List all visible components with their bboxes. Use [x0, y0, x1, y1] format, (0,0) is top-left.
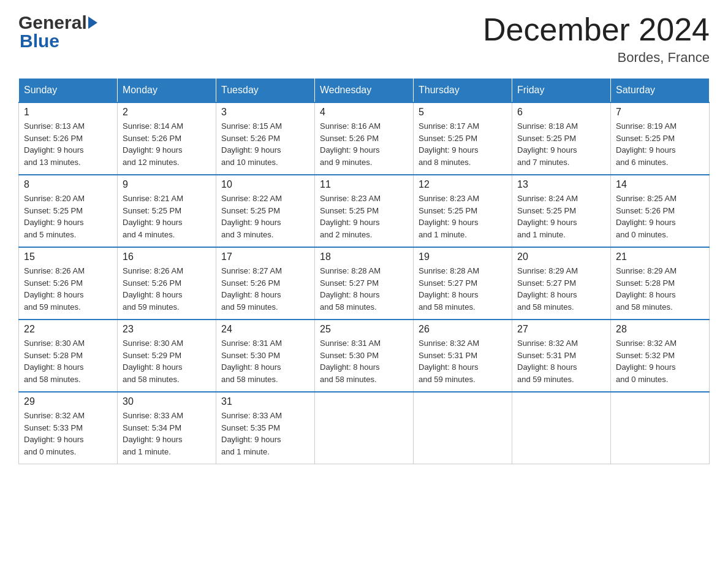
day-number: 3	[221, 107, 309, 118]
day-number: 2	[123, 107, 211, 118]
day-number: 16	[123, 251, 211, 262]
day-info: Sunrise: 8:25 AM Sunset: 5:26 PM Dayligh…	[616, 193, 704, 240]
calendar-cell: 3 Sunrise: 8:15 AM Sunset: 5:26 PM Dayli…	[216, 102, 315, 175]
day-info: Sunrise: 8:32 AM Sunset: 5:31 PM Dayligh…	[419, 337, 507, 385]
day-info: Sunrise: 8:13 AM Sunset: 5:26 PM Dayligh…	[24, 120, 112, 168]
calendar-cell: 19 Sunrise: 8:28 AM Sunset: 5:27 PM Dayl…	[414, 247, 512, 320]
calendar-cell: 27 Sunrise: 8:32 AM Sunset: 5:31 PM Dayl…	[512, 320, 611, 392]
calendar-cell: 13 Sunrise: 8:24 AM Sunset: 5:25 PM Dayl…	[512, 175, 611, 247]
weekday-header-monday: Monday	[118, 79, 216, 103]
logo-blue-text: Blue	[18, 31, 59, 52]
month-title: December 2024	[483, 12, 710, 47]
day-info: Sunrise: 8:14 AM Sunset: 5:26 PM Dayligh…	[123, 120, 211, 168]
day-info: Sunrise: 8:30 AM Sunset: 5:28 PM Dayligh…	[24, 337, 112, 385]
day-number: 30	[123, 396, 211, 407]
calendar-cell: 30 Sunrise: 8:33 AM Sunset: 5:34 PM Dayl…	[118, 392, 216, 464]
day-info: Sunrise: 8:17 AM Sunset: 5:25 PM Dayligh…	[419, 120, 507, 168]
calendar-week-row: 15 Sunrise: 8:26 AM Sunset: 5:26 PM Dayl…	[19, 247, 710, 320]
calendar-cell: 8 Sunrise: 8:20 AM Sunset: 5:25 PM Dayli…	[19, 175, 118, 247]
day-number: 6	[517, 107, 605, 118]
calendar-week-row: 29 Sunrise: 8:32 AM Sunset: 5:33 PM Dayl…	[19, 392, 710, 464]
day-number: 28	[616, 324, 704, 335]
day-info: Sunrise: 8:15 AM Sunset: 5:26 PM Dayligh…	[221, 120, 309, 168]
day-number: 11	[320, 179, 408, 190]
weekday-header-tuesday: Tuesday	[216, 79, 315, 103]
day-number: 22	[24, 324, 112, 335]
day-number: 12	[419, 179, 507, 190]
logo: General Blue	[18, 12, 97, 52]
title-area: December 2024 Bordes, France	[483, 12, 710, 66]
day-number: 7	[616, 107, 704, 118]
calendar-cell: 1 Sunrise: 8:13 AM Sunset: 5:26 PM Dayli…	[19, 102, 118, 175]
day-info: Sunrise: 8:33 AM Sunset: 5:34 PM Dayligh…	[123, 410, 211, 458]
day-info: Sunrise: 8:31 AM Sunset: 5:30 PM Dayligh…	[320, 337, 408, 385]
weekday-header-row: SundayMondayTuesdayWednesdayThursdayFrid…	[19, 79, 710, 103]
calendar-cell: 31 Sunrise: 8:33 AM Sunset: 5:35 PM Dayl…	[216, 392, 315, 464]
calendar-cell: 17 Sunrise: 8:27 AM Sunset: 5:26 PM Dayl…	[216, 247, 315, 320]
logo-general-text: General	[18, 12, 87, 33]
calendar-cell: 6 Sunrise: 8:18 AM Sunset: 5:25 PM Dayli…	[512, 102, 611, 175]
calendar-cell: 4 Sunrise: 8:16 AM Sunset: 5:26 PM Dayli…	[315, 102, 414, 175]
day-info: Sunrise: 8:27 AM Sunset: 5:26 PM Dayligh…	[221, 265, 309, 313]
calendar-table: SundayMondayTuesdayWednesdayThursdayFrid…	[18, 78, 710, 464]
day-number: 23	[123, 324, 211, 335]
page-header: General Blue December 2024 Bordes, Franc…	[18, 12, 710, 66]
calendar-cell: 9 Sunrise: 8:21 AM Sunset: 5:25 PM Dayli…	[118, 175, 216, 247]
day-info: Sunrise: 8:19 AM Sunset: 5:25 PM Dayligh…	[616, 120, 704, 168]
calendar-cell: 2 Sunrise: 8:14 AM Sunset: 5:26 PM Dayli…	[118, 102, 216, 175]
calendar-week-row: 1 Sunrise: 8:13 AM Sunset: 5:26 PM Dayli…	[19, 102, 710, 175]
day-number: 24	[221, 324, 309, 335]
day-info: Sunrise: 8:32 AM Sunset: 5:31 PM Dayligh…	[517, 337, 605, 385]
day-info: Sunrise: 8:21 AM Sunset: 5:25 PM Dayligh…	[123, 193, 211, 240]
day-info: Sunrise: 8:28 AM Sunset: 5:27 PM Dayligh…	[419, 265, 507, 313]
calendar-cell	[315, 392, 414, 464]
day-number: 9	[123, 179, 211, 190]
day-number: 21	[616, 251, 704, 262]
day-number: 29	[24, 396, 112, 407]
calendar-cell	[611, 392, 710, 464]
calendar-cell: 29 Sunrise: 8:32 AM Sunset: 5:33 PM Dayl…	[19, 392, 118, 464]
day-info: Sunrise: 8:29 AM Sunset: 5:27 PM Dayligh…	[517, 265, 605, 313]
location-label: Bordes, France	[483, 50, 710, 66]
day-number: 1	[24, 107, 112, 118]
weekday-header-friday: Friday	[512, 79, 611, 103]
day-info: Sunrise: 8:26 AM Sunset: 5:26 PM Dayligh…	[24, 265, 112, 313]
calendar-cell: 18 Sunrise: 8:28 AM Sunset: 5:27 PM Dayl…	[315, 247, 414, 320]
day-info: Sunrise: 8:26 AM Sunset: 5:26 PM Dayligh…	[123, 265, 211, 313]
weekday-header-thursday: Thursday	[414, 79, 512, 103]
day-number: 18	[320, 251, 408, 262]
calendar-cell: 22 Sunrise: 8:30 AM Sunset: 5:28 PM Dayl…	[19, 320, 118, 392]
day-info: Sunrise: 8:22 AM Sunset: 5:25 PM Dayligh…	[221, 193, 309, 240]
day-number: 31	[221, 396, 309, 407]
calendar-cell: 5 Sunrise: 8:17 AM Sunset: 5:25 PM Dayli…	[414, 102, 512, 175]
day-info: Sunrise: 8:18 AM Sunset: 5:25 PM Dayligh…	[517, 120, 605, 168]
day-info: Sunrise: 8:32 AM Sunset: 5:33 PM Dayligh…	[24, 410, 112, 458]
weekday-header-wednesday: Wednesday	[315, 79, 414, 103]
day-number: 13	[517, 179, 605, 190]
calendar-cell: 10 Sunrise: 8:22 AM Sunset: 5:25 PM Dayl…	[216, 175, 315, 247]
day-number: 26	[419, 324, 507, 335]
day-number: 19	[419, 251, 507, 262]
day-info: Sunrise: 8:32 AM Sunset: 5:32 PM Dayligh…	[616, 337, 704, 385]
day-number: 8	[24, 179, 112, 190]
day-info: Sunrise: 8:23 AM Sunset: 5:25 PM Dayligh…	[320, 193, 408, 240]
calendar-cell	[512, 392, 611, 464]
calendar-cell: 11 Sunrise: 8:23 AM Sunset: 5:25 PM Dayl…	[315, 175, 414, 247]
calendar-cell: 23 Sunrise: 8:30 AM Sunset: 5:29 PM Dayl…	[118, 320, 216, 392]
day-info: Sunrise: 8:33 AM Sunset: 5:35 PM Dayligh…	[221, 410, 309, 458]
day-info: Sunrise: 8:31 AM Sunset: 5:30 PM Dayligh…	[221, 337, 309, 385]
calendar-cell: 12 Sunrise: 8:23 AM Sunset: 5:25 PM Dayl…	[414, 175, 512, 247]
day-number: 17	[221, 251, 309, 262]
calendar-week-row: 8 Sunrise: 8:20 AM Sunset: 5:25 PM Dayli…	[19, 175, 710, 247]
day-number: 5	[419, 107, 507, 118]
day-number: 27	[517, 324, 605, 335]
day-number: 4	[320, 107, 408, 118]
day-info: Sunrise: 8:23 AM Sunset: 5:25 PM Dayligh…	[419, 193, 507, 240]
calendar-cell	[414, 392, 512, 464]
calendar-cell: 28 Sunrise: 8:32 AM Sunset: 5:32 PM Dayl…	[611, 320, 710, 392]
weekday-header-saturday: Saturday	[611, 79, 710, 103]
day-info: Sunrise: 8:16 AM Sunset: 5:26 PM Dayligh…	[320, 120, 408, 168]
day-number: 25	[320, 324, 408, 335]
calendar-cell: 14 Sunrise: 8:25 AM Sunset: 5:26 PM Dayl…	[611, 175, 710, 247]
day-number: 10	[221, 179, 309, 190]
